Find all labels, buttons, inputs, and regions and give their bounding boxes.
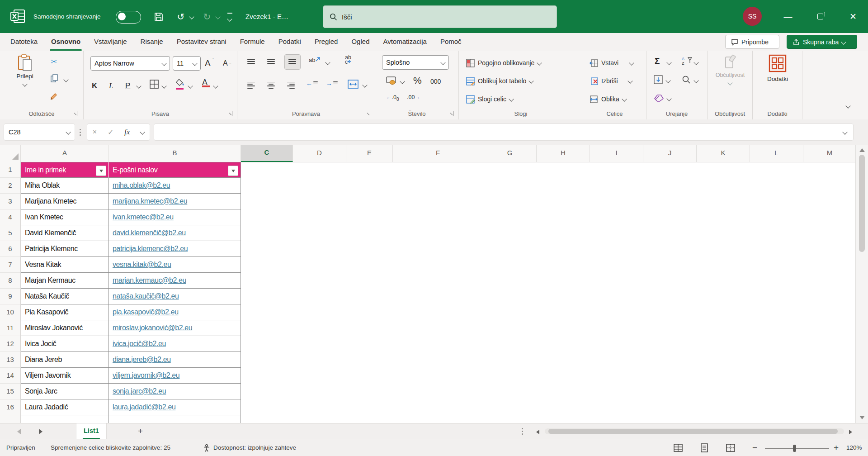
cell-styles-button[interactable]: Slogi celic — [466, 92, 513, 106]
orientation-icon[interactable]: ab — [309, 56, 321, 63]
fill-color-button[interactable] — [176, 79, 185, 88]
format-painter-icon[interactable] — [50, 92, 59, 103]
tab-pomoč[interactable]: Pomoč — [434, 33, 468, 51]
sensitivity-button[interactable]: Občutljivost — [715, 54, 745, 105]
enter-icon[interactable]: ✓ — [108, 128, 113, 137]
row-header-15[interactable]: 15 — [0, 384, 20, 399]
tab-avtomatizacija[interactable]: Avtomatizacija — [376, 33, 433, 51]
autosum-button[interactable]: Σ — [655, 56, 660, 66]
number-format-combo[interactable]: Splošno — [382, 55, 449, 70]
email-link[interactable]: nataša.kaučič@b2.eu — [113, 292, 179, 300]
underline-chevron-icon[interactable] — [136, 83, 141, 88]
cell-A9[interactable]: Nataša Kaučič — [21, 289, 109, 304]
column-header-K[interactable]: K — [697, 145, 750, 162]
email-link[interactable]: patricija.klemenc@b2.eu — [113, 245, 188, 252]
clear-chevron-icon[interactable] — [666, 96, 671, 101]
zoom-slider-thumb[interactable] — [793, 445, 796, 452]
email-link[interactable]: diana.jereb@b2.eu — [113, 356, 171, 363]
borders-chevron-icon[interactable] — [161, 83, 166, 88]
shrink-font-button[interactable]: Aˇ — [223, 56, 231, 71]
row-header-9[interactable]: 9 — [0, 289, 20, 304]
bold-button[interactable]: K — [92, 79, 97, 93]
row-header-16[interactable]: 16 — [0, 399, 20, 415]
conditional-formatting-button[interactable]: Pogojno oblikovanje — [466, 56, 541, 70]
cell-B7[interactable]: vesna.kitak@b2.eu — [109, 257, 241, 273]
save-icon[interactable] — [154, 12, 164, 22]
align-center-icon[interactable] — [267, 81, 275, 90]
row-header-4[interactable]: 4 — [0, 209, 20, 225]
row-header-11[interactable]: 11 — [0, 320, 20, 336]
minimize-button[interactable]: — — [774, 0, 802, 33]
wrap-text-icon[interactable]: abc — [345, 55, 353, 64]
cell-A3[interactable]: Marijana Kmetec — [21, 194, 109, 209]
zoom-in-button[interactable]: + — [834, 439, 839, 456]
vertical-scroll-thumb[interactable] — [859, 155, 865, 252]
row-header-7[interactable]: 7 — [0, 257, 20, 273]
font-color-chevron-icon[interactable] — [213, 83, 218, 88]
align-bottom-selected[interactable] — [284, 54, 301, 70]
cell-B15[interactable]: sonja.jarc@b2.eu — [109, 384, 241, 399]
tab-podatki[interactable]: Podatki — [272, 33, 308, 51]
normal-view-icon[interactable] — [674, 443, 683, 452]
sheet-options-icon[interactable] — [522, 427, 524, 437]
addins-button[interactable]: Dodatki — [763, 54, 793, 105]
format-cells-button[interactable]: Oblika — [590, 92, 626, 106]
filter-button-email[interactable] — [228, 166, 238, 176]
sort-filter-chevron-icon[interactable] — [693, 60, 698, 65]
paste-button[interactable]: Prilepi — [10, 54, 40, 105]
email-link[interactable]: marijana.kmetec@b2.eu — [113, 197, 187, 205]
scroll-up-icon[interactable] — [859, 148, 865, 152]
clear-button[interactable] — [654, 94, 664, 104]
cell-B11[interactable]: miroslav.jokanović@b2.eu — [109, 320, 241, 336]
column-header-L[interactable]: L — [750, 145, 803, 162]
tab-vstavljanje[interactable]: Vstavljanje — [87, 33, 134, 51]
font-color-button[interactable]: A — [202, 78, 208, 87]
cell-A15[interactable]: Sonja Jarc — [21, 384, 109, 399]
column-header-J[interactable]: J — [643, 145, 697, 162]
filter-button-name[interactable] — [96, 166, 106, 176]
orientation-chevron-icon[interactable] — [325, 60, 330, 65]
merge-chevron-icon[interactable] — [362, 82, 367, 87]
email-link[interactable]: miroslav.jokanović@b2.eu — [113, 324, 192, 332]
cell-A12[interactable]: Ivica Jocič — [21, 336, 109, 352]
align-right-icon[interactable] — [287, 81, 295, 90]
collapse-ribbon-icon[interactable] — [845, 103, 850, 108]
cell-B9[interactable]: nataša.kaučič@b2.eu — [109, 289, 241, 304]
comments-button[interactable]: Pripombe — [725, 35, 779, 49]
row-header-3[interactable]: 3 — [0, 194, 20, 209]
sheet-tab-list1[interactable]: List1 — [76, 423, 107, 439]
clipboard-dialog-launcher-icon[interactable] — [72, 111, 77, 116]
cell-B2[interactable]: miha.oblak@b2.eu — [109, 178, 241, 194]
column-header-D[interactable]: D — [293, 145, 346, 162]
cell-B1[interactable]: E-pošni naslov — [109, 162, 241, 178]
insert-function-icon[interactable]: fx — [124, 128, 130, 137]
sort-filter-button[interactable]: AZ — [682, 56, 692, 67]
cell-A13[interactable]: Diana Jereb — [21, 352, 109, 368]
redo-button[interactable]: ↻ — [200, 9, 214, 24]
page-break-view-icon[interactable] — [726, 443, 735, 452]
avatar[interactable]: SS — [743, 7, 762, 26]
column-header-C[interactable]: C — [241, 145, 293, 162]
status-flash-fill[interactable]: Spremenjene celice bliskovite zapolnitve… — [51, 439, 170, 456]
formula-bar-drag-handle[interactable] — [80, 128, 81, 138]
autosave-toggle[interactable] — [116, 11, 141, 24]
cell-B6[interactable]: patricija.klemenc@b2.eu — [109, 241, 241, 257]
tab-osnovno[interactable]: Osnovno — [44, 33, 87, 51]
cell-B17[interactable] — [109, 415, 241, 423]
row-header-10[interactable]: 10 — [0, 304, 20, 320]
cell-A2[interactable]: Miha Oblak — [21, 178, 109, 194]
font-name-combo[interactable]: Aptos Narrow — [90, 56, 170, 71]
search-box[interactable]: Išči — [323, 5, 557, 28]
cell-A11[interactable]: Miroslav Jokanović — [21, 320, 109, 336]
cell-A4[interactable]: Ivan Kmetec — [21, 209, 109, 225]
prev-sheet-icon[interactable] — [17, 429, 21, 434]
cell-A8[interactable]: Marjan Kermauc — [21, 273, 109, 289]
vertical-scrollbar[interactable] — [855, 145, 868, 423]
font-dialog-launcher-icon[interactable] — [227, 111, 232, 116]
percent-style-button[interactable]: % — [413, 75, 422, 86]
redo-chevron-icon[interactable] — [215, 14, 220, 19]
decrease-indent-icon[interactable]: ← — [306, 80, 318, 87]
name-box[interactable]: C28 — [4, 124, 75, 141]
fx-chevron-icon[interactable] — [140, 129, 145, 134]
cell-A7[interactable]: Vesna Kitak — [21, 257, 109, 273]
